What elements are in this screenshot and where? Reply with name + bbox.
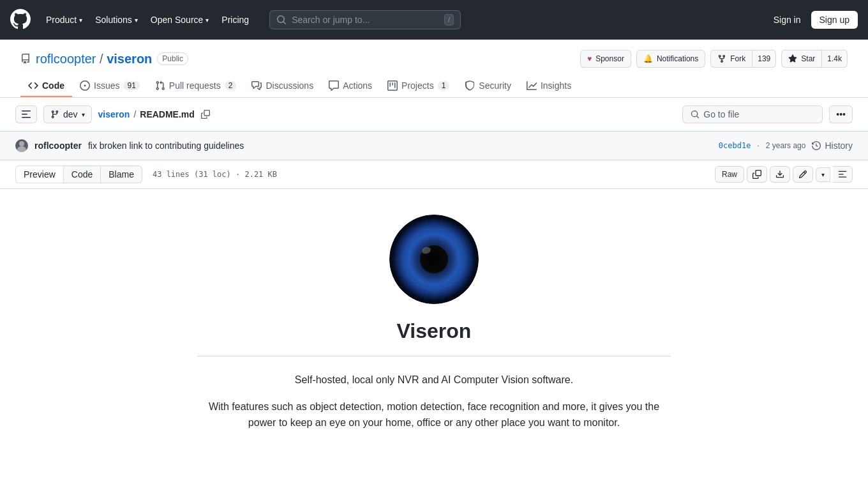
tab-pull-requests[interactable]: Pull requests 2 — [147, 75, 244, 97]
nav-pricing[interactable]: Pricing — [216, 12, 254, 27]
svg-point-1 — [17, 146, 26, 152]
commit-row: roflcoopter fix broken link to contribut… — [0, 132, 868, 160]
fork-action-group: Fork 139 — [710, 50, 776, 68]
file-actions: Raw ▾ — [715, 166, 853, 183]
security-icon — [465, 80, 475, 91]
edit-icon — [798, 170, 807, 179]
bell-icon: 🔔 — [643, 54, 653, 63]
projects-icon — [387, 80, 398, 91]
fork-icon — [717, 54, 726, 63]
sponsor-button[interactable]: ♥ Sponsor — [580, 50, 631, 68]
visibility-badge: Public — [157, 52, 188, 65]
tab-insights[interactable]: Insights — [519, 75, 579, 97]
repo-title-row: roflcoopter / viseron Public ♥ Sponsor 🔔… — [20, 50, 848, 68]
outline-button[interactable] — [833, 166, 853, 183]
nav-solutions[interactable]: Solutions ▾ — [90, 12, 143, 27]
file-repo-link[interactable]: viseron — [98, 109, 130, 119]
header-nav: Product ▾ Solutions ▾ Open Source ▾ Pric… — [41, 12, 254, 27]
tab-actions[interactable]: Actions — [321, 75, 380, 97]
download-icon — [775, 170, 784, 179]
search-icon — [276, 15, 287, 25]
chevron-down-icon: ▾ — [135, 17, 138, 24]
issues-count: 91 — [123, 81, 139, 90]
repo-owner-link[interactable]: roflcoopter — [36, 52, 96, 66]
avatar — [15, 139, 28, 152]
star-count[interactable]: 1.4k — [822, 50, 848, 68]
readme-content: Viseron Self-hosted, local only NVR and … — [0, 189, 868, 457]
pr-count: 2 — [225, 81, 237, 90]
sponsor-action-group: ♥ Sponsor — [580, 50, 631, 68]
nav-product[interactable]: Product ▾ — [41, 12, 87, 27]
repo-name-link[interactable]: viseron — [107, 52, 152, 66]
history-icon — [812, 141, 821, 150]
sign-up-button[interactable]: Sign up — [811, 11, 858, 29]
insights-icon — [527, 80, 537, 91]
pr-icon — [155, 80, 165, 91]
commit-time: 2 years ago — [766, 141, 806, 150]
commit-message-link[interactable]: fix broken link to contributing guidelin… — [88, 141, 244, 151]
view-tabs: Preview Code Blame — [15, 165, 142, 183]
preview-tab[interactable]: Preview — [15, 165, 64, 183]
history-button[interactable]: History — [812, 141, 853, 151]
edit-button[interactable] — [793, 166, 813, 183]
notifications-button[interactable]: 🔔 Notifications — [636, 50, 705, 68]
commit-meta: 0cebd1e · 2 years ago History — [719, 141, 853, 151]
github-logo[interactable] — [10, 9, 31, 31]
commit-hash-link[interactable]: 0cebd1e — [719, 141, 751, 150]
code-tab[interactable]: Code — [64, 165, 101, 183]
commit-author-link[interactable]: roflcoopter — [34, 141, 82, 151]
tab-projects[interactable]: Projects 1 — [380, 75, 457, 97]
readme-description: With features such as object detection, … — [198, 399, 670, 431]
discussions-icon — [251, 80, 262, 91]
readme-subtitle: Self-hosted, local only NVR and AI Compu… — [198, 372, 670, 388]
download-button[interactable] — [770, 166, 790, 183]
copy-raw-button[interactable] — [747, 166, 767, 183]
copy-raw-icon — [752, 170, 761, 179]
file-toolbar: Preview Code Blame 43 lines (31 loc) · 2… — [0, 160, 868, 189]
more-file-options-button[interactable]: ▾ — [816, 167, 830, 182]
raw-button[interactable]: Raw — [715, 166, 744, 183]
search-bar: Search or jump to... / — [269, 10, 461, 29]
projects-count: 1 — [438, 81, 450, 90]
copy-icon — [201, 110, 210, 119]
heart-icon: ♥ — [587, 54, 592, 63]
branch-name: dev — [63, 109, 78, 119]
sign-in-button[interactable]: Sign in — [768, 12, 806, 27]
file-viewer-header: dev ▾ viseron / README.md Go to file ••• — [0, 98, 868, 132]
fork-button[interactable]: Fork — [710, 50, 752, 68]
sidebar-toggle-button[interactable] — [15, 105, 37, 123]
readme-divider — [198, 356, 670, 356]
branch-selector[interactable]: dev ▾ — [43, 105, 92, 123]
fork-count[interactable]: 139 — [752, 50, 776, 68]
goto-file-button[interactable]: Go to file — [682, 105, 823, 123]
blame-tab[interactable]: Blame — [101, 165, 142, 183]
readme-image — [389, 215, 479, 304]
tab-security[interactable]: Security — [457, 75, 519, 97]
repo-icon — [20, 54, 31, 64]
svg-point-0 — [19, 141, 24, 146]
repo-header: roflcoopter / viseron Public ♥ Sponsor 🔔… — [0, 40, 868, 98]
star-icon — [788, 54, 797, 63]
chevron-down-icon: ▾ — [206, 17, 209, 24]
header-auth: Sign in Sign up — [768, 11, 858, 29]
search-input-wrapper[interactable]: Search or jump to... / — [269, 10, 461, 29]
actions-icon — [329, 80, 339, 91]
repo-actions: ♥ Sponsor 🔔 Notifications Fork 139 — [580, 50, 848, 68]
copy-path-button[interactable] — [198, 109, 213, 120]
tab-discussions[interactable]: Discussions — [244, 75, 321, 97]
issues-icon — [80, 80, 90, 91]
sidebar-toggle-icon — [21, 109, 31, 119]
commit-dot: · — [757, 141, 759, 150]
readme-body: Viseron Self-hosted, local only NVR and … — [121, 189, 747, 457]
search-small-icon — [691, 110, 700, 119]
goto-file-placeholder: Go to file — [703, 109, 739, 119]
site-header: Product ▾ Solutions ▾ Open Source ▾ Pric… — [0, 0, 868, 40]
star-button[interactable]: Star — [781, 50, 822, 68]
readme-title: Viseron — [198, 319, 670, 343]
tab-code[interactable]: Code — [20, 75, 72, 97]
nav-open-source[interactable]: Open Source ▾ — [146, 12, 214, 27]
more-options-button[interactable]: ••• — [829, 105, 853, 123]
tab-issues[interactable]: Issues 91 — [72, 75, 147, 97]
search-placeholder: Search or jump to... — [292, 15, 439, 25]
repo-nav: Code Issues 91 Pull requests 2 Discussio… — [20, 75, 848, 97]
